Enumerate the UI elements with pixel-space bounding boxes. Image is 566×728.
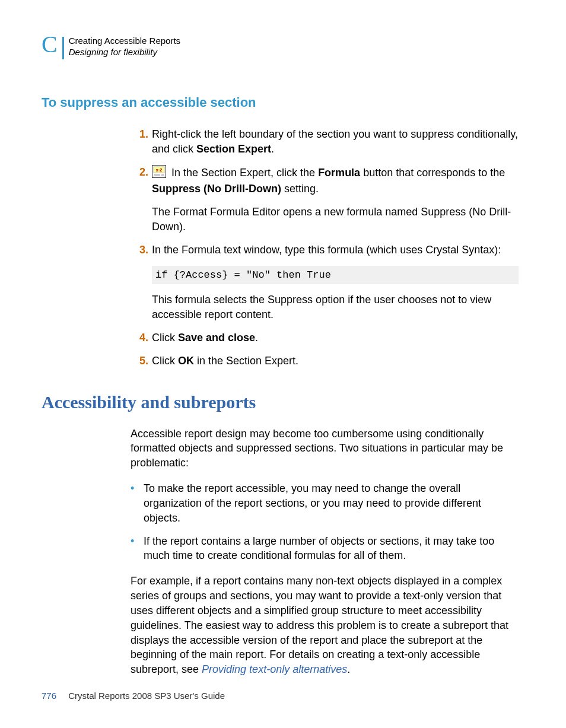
step-1: 1. Right-click the left boundary of the … [131,127,519,157]
step-number: 3. [131,243,152,257]
list-item: • If the report contains a large number … [131,534,519,564]
formula-button-icon: x·2 [152,165,166,182]
step-text: button that corresponds to the [360,167,505,179]
step-bold: Suppress (No Drill-Down) [152,183,281,195]
bullet-icon: • [131,534,144,549]
step-text: Click [152,355,178,367]
steps-block: 1. Right-click the left boundary of the … [131,127,519,368]
step-3: 3. In the Formula text window, type this… [131,243,519,322]
step-bold: OK [178,355,194,367]
header-text-block: Creating Accessible Reports Designing fo… [69,36,180,58]
step-text: . [271,143,274,155]
step-para: This formula selects the Suppress option… [152,293,519,322]
bullet-text: To make the report accessible, you may n… [144,481,519,525]
footer-title: Crystal Reports 2008 SP3 User's Guide [68,691,225,701]
body-paragraph: For example, if a report contains many n… [131,574,519,677]
step-text: setting. [281,183,319,195]
document-page: C Creating Accessible Reports Designing … [0,0,566,728]
running-header: C Creating Accessible Reports Designing … [42,36,524,59]
heading-suppress-section: To suppress an accessible section [42,95,524,110]
step-para: The Format Formula Editor opens a new fo… [152,205,519,234]
svg-rect-4 [161,174,164,176]
step-number: 2. [131,165,152,180]
step-body: x·2 In the Section Expert, click the For… [152,165,519,234]
list-item: • To make the report accessible, you may… [131,481,519,525]
step-body: Click Save and close. [152,330,519,345]
section2-body: Accessible report design may become too … [131,427,519,677]
step-bold: Formula [318,167,360,179]
svg-rect-3 [154,174,160,176]
step-text: In the Section Expert, click the [168,167,318,179]
heading-accessibility-subreports: Accessibility and subreports [42,392,524,412]
step-text: Click [152,332,178,344]
step-body: Click OK in the Section Expert. [152,354,519,368]
step-body: In the Formula text window, type this fo… [152,243,519,322]
para-text: . [347,663,350,675]
step-text: in the Section Expert. [194,355,298,367]
page-footer: 776 Crystal Reports 2008 SP3 User's Guid… [42,691,225,701]
step-number: 1. [131,127,152,142]
body-paragraph: Accessible report design may become too … [131,427,519,471]
bullet-list: • To make the report accessible, you may… [131,481,519,563]
appendix-letter: C [42,34,58,55]
step-text: In the Formula text window, type this fo… [152,243,519,257]
code-block: if {?Access} = "No" then True [152,266,519,284]
step-4: 4. Click Save and close. [131,330,519,345]
step-5: 5. Click OK in the Section Expert. [131,354,519,368]
ordered-steps: 1. Right-click the left boundary of the … [131,127,519,368]
header-divider [62,37,64,59]
step-bold: Section Expert [196,143,271,155]
page-number: 776 [42,691,56,701]
step-number: 5. [131,354,152,368]
step-body: Right-click the left boundary of the sec… [152,127,519,157]
svg-text:x·2: x·2 [155,167,163,173]
para-text: For example, if a report contains many n… [131,575,508,675]
step-number: 4. [131,330,152,345]
step-bold: Save and close [178,332,255,344]
bullet-text: If the report contains a large number of… [144,534,519,564]
step-text: . [255,332,258,344]
step-2: 2. x·2 In the Section Expert, click the [131,165,519,234]
bullet-icon: • [131,481,144,496]
cross-reference-link[interactable]: Providing text-only alternatives [202,663,347,675]
header-section: Designing for flexibility [69,47,180,58]
header-chapter: Creating Accessible Reports [69,36,180,47]
